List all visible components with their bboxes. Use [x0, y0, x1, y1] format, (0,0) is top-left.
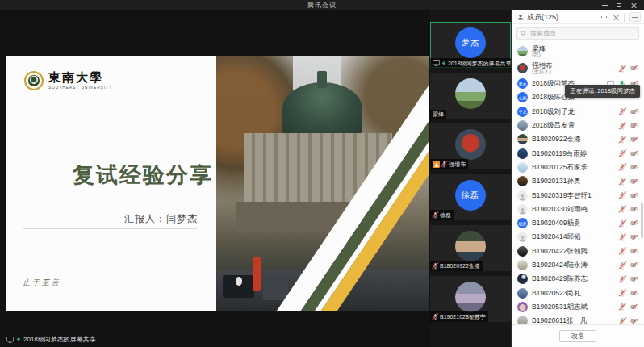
member-row[interactable]: B19020414邱韬 — [512, 230, 644, 244]
muted-mic-icon — [619, 275, 625, 283]
slide-presenter: 汇报人：闫梦杰 — [124, 212, 198, 226]
member-name: B18020922金漆 — [532, 136, 581, 143]
more-options-button[interactable] — [600, 15, 609, 19]
host-badge-icon — [433, 161, 440, 168]
member-row[interactable]: B19020429陈养志 — [512, 272, 644, 286]
member-avatar — [517, 148, 528, 159]
member-avatar — [517, 63, 528, 73]
member-avatar — [517, 120, 528, 131]
close-window-button[interactable] — [626, 0, 641, 10]
muted-mic-icon — [433, 313, 438, 320]
window-title: 腾讯会议 — [307, 1, 337, 10]
monitor-icon — [6, 337, 14, 343]
video-tile-column: 梦杰2018级闫梦杰的屏幕共享梁烽强增布徐磊徐磊B18020922金漆B1902… — [430, 10, 511, 347]
member-row[interactable]: B19020531胡志斌 — [512, 300, 644, 314]
member-name: B19020131孙奥 — [532, 178, 581, 185]
muted-mic-icon — [619, 136, 625, 144]
member-row[interactable]: B18020922金漆 — [512, 132, 644, 146]
camera-off-icon — [630, 234, 638, 240]
member-row[interactable]: B19020611张一凡 — [512, 314, 644, 324]
member-row[interactable]: 强增布(主持人) — [512, 60, 644, 77]
member-role-tag: (主持人) — [532, 69, 553, 75]
screen-share-banner-label: 2018级闫梦杰的屏幕共享 — [23, 335, 96, 344]
camera-off-icon — [630, 220, 638, 226]
member-avatar — [517, 204, 528, 215]
member-row[interactable]: 梁烽(我) — [512, 43, 644, 60]
member-row[interactable]: 2018级吕友霄 — [512, 119, 644, 132]
member-row[interactable]: B19020330刘雨鸣 — [512, 203, 644, 216]
camera-off-icon — [630, 318, 638, 324]
member-avatar — [517, 162, 528, 173]
member-row[interactable]: B19020125石家乐 — [512, 161, 644, 174]
muted-mic-icon — [433, 262, 438, 270]
maximize-button[interactable] — [612, 0, 626, 10]
video-tile[interactable]: 梦杰2018级闫梦杰的屏幕共享 — [430, 22, 511, 68]
member-avatar: 心如 — [517, 92, 528, 102]
member-name: 2018级吕友霄 — [532, 122, 575, 129]
member-avatar — [517, 246, 528, 257]
muted-mic-icon — [619, 247, 625, 255]
close-panel-button[interactable] — [613, 15, 619, 20]
member-row[interactable]: B19020319李智轩1 — [512, 188, 644, 202]
screen-share-icon — [433, 60, 440, 66]
camera-off-icon — [630, 123, 638, 128]
members-panel-title: 成员(125) — [527, 12, 558, 23]
red-figure — [253, 257, 261, 291]
participant-avatar — [455, 231, 486, 261]
members-panel-header: 成员(125) — [512, 10, 644, 24]
camera-off-icon — [630, 109, 638, 115]
video-tile[interactable]: 徐磊徐磊 — [430, 174, 511, 220]
camera-off-icon — [630, 178, 638, 184]
member-row[interactable]: B19020424陆永涛 — [512, 258, 644, 272]
camera-off-icon — [630, 151, 638, 157]
search-area — [512, 24, 644, 43]
member-row[interactable]: B19020523尚礼 — [512, 286, 644, 299]
video-tile[interactable]: B18020922金漆 — [430, 225, 511, 271]
member-row[interactable]: B19020131孙奥 — [512, 174, 644, 188]
tile-name-label: B18020922金漆 — [430, 261, 483, 271]
participant-avatar: 徐磊 — [455, 180, 486, 211]
camera-off-icon — [630, 249, 638, 254]
camera-off-icon — [630, 65, 638, 71]
rename-button[interactable]: 改名 — [559, 330, 596, 342]
camera-off-icon — [630, 207, 638, 212]
minimize-button[interactable] — [597, 0, 612, 10]
member-row[interactable]: B19020119白雨婷 — [512, 146, 644, 160]
member-avatar — [517, 46, 528, 56]
member-name: B19020414邱韬 — [532, 233, 581, 240]
camera-off-icon — [630, 262, 638, 268]
video-tile[interactable]: 强增布 — [430, 123, 511, 169]
member-avatar — [517, 232, 528, 242]
window-content: 東南大學 SOUTHEAST UNIVERSITY — [0, 10, 644, 347]
member-name: B19020523尚礼 — [532, 290, 581, 297]
scrollbar[interactable] — [641, 203, 643, 238]
member-avatar — [517, 260, 528, 270]
member-name: B19020409杨贵 — [532, 219, 581, 227]
divider — [624, 13, 625, 22]
university-name-cn: 東南大學 — [48, 72, 113, 84]
member-row[interactable]: B19020422张朝腾 — [512, 245, 644, 258]
video-tile[interactable]: 梁烽 — [430, 73, 511, 119]
muted-mic-icon — [619, 303, 625, 311]
muted-mic-icon — [619, 233, 625, 241]
panel-footer: 改名 — [512, 324, 644, 347]
muted-mic-icon — [619, 163, 625, 171]
window-controls — [597, 0, 641, 10]
member-row[interactable]: 杨贵B19020409杨贵 — [512, 216, 644, 230]
screen-share-banner: 2018级闫梦杰的屏幕共享 — [3, 334, 99, 345]
participant-avatar — [455, 129, 486, 160]
search-input[interactable] — [529, 29, 635, 38]
member-name: B19020119白雨婷 — [532, 150, 587, 157]
member-row[interactable]: 子龙2018级刘子龙 — [512, 105, 644, 119]
member-avatar — [517, 316, 528, 324]
muted-mic-icon — [619, 289, 625, 297]
window-titlebar: 腾讯会议 — [0, 0, 644, 10]
video-tile[interactable]: B19021028翟苏宁 — [430, 276, 511, 322]
participant-avatar — [455, 78, 486, 109]
member-role-tag: (我) — [532, 52, 546, 58]
search-box[interactable] — [516, 27, 639, 40]
university-emblem-icon — [24, 71, 44, 90]
camera-off-icon — [630, 165, 638, 170]
divider-line — [23, 228, 197, 229]
panel-layout-button[interactable] — [629, 12, 641, 22]
